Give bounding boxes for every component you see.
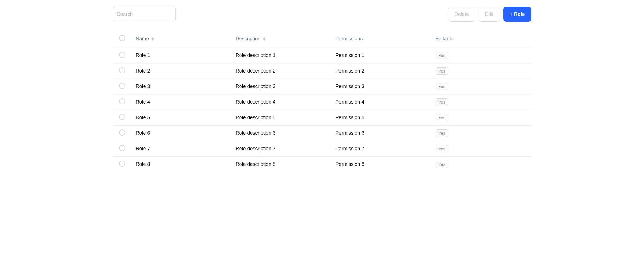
role-description: Role description 3 [236,84,276,89]
svg-marker-1 [151,39,154,41]
search-input[interactable] [113,6,176,22]
role-description: Role description 7 [236,146,276,151]
editable-tag: Yes [436,52,448,59]
row-checkbox[interactable] [119,114,125,120]
edit-button[interactable]: Edit [479,7,500,22]
role-description: Role description 5 [236,115,276,120]
role-name: Role 5 [136,115,150,120]
editable-tag: Yes [436,98,448,106]
role-permissions: Permission 8 [336,161,364,167]
table-row: Role 1 Role description 1 Permission 1 Y… [113,48,531,63]
toolbar-actions: Delete Edit + Role [448,7,531,22]
table-row: Role 6 Role description 6 Permission 6 Y… [113,126,531,141]
table-row: Role 3 Role description 3 Permission 3 Y… [113,79,531,94]
role-permissions: Permission 7 [336,146,364,151]
column-header-description[interactable]: Description [236,36,266,42]
table-row: Role 8 Role description 8 Permission 8 Y… [113,157,531,172]
column-header-description-label: Description [236,36,261,42]
role-description: Role description 6 [236,130,276,136]
column-header-permissions: Permissions [336,36,363,41]
roles-table: Name Description [113,30,531,172]
editable-tag: Yes [436,161,448,168]
editable-tag: Yes [436,145,448,152]
table-row: Role 2 Role description 2 Permission 2 Y… [113,63,531,79]
row-checkbox[interactable] [119,67,125,73]
row-checkbox[interactable] [119,161,125,167]
row-checkbox[interactable] [119,52,125,58]
row-checkbox[interactable] [119,145,125,151]
role-name: Role 7 [136,146,150,151]
role-permissions: Permission 3 [336,84,364,89]
role-permissions: Permission 1 [336,52,364,58]
add-role-button[interactable]: + Role [503,7,531,22]
delete-button[interactable]: Delete [448,7,475,22]
role-permissions: Permission 6 [336,130,364,136]
table-row: Role 7 Role description 7 Permission 7 Y… [113,141,531,157]
role-description: Role description 2 [236,68,276,74]
toolbar: Delete Edit + Role [113,6,531,22]
column-header-name[interactable]: Name [136,36,154,42]
table-header-row: Name Description [113,30,531,48]
row-checkbox[interactable] [119,129,125,136]
role-name: Role 1 [136,52,150,58]
role-description: Role description 8 [236,161,276,167]
sort-icon [263,37,266,41]
editable-tag: Yes [436,83,448,90]
role-name: Role 6 [136,130,150,136]
role-permissions: Permission 4 [336,99,364,105]
role-description: Role description 4 [236,99,276,105]
select-all-checkbox[interactable] [119,35,125,41]
role-name: Role 3 [136,84,150,89]
role-description: Role description 1 [236,52,276,58]
role-name: Role 8 [136,161,150,167]
editable-tag: Yes [436,129,448,137]
sort-icon [151,37,154,41]
svg-marker-3 [263,39,266,41]
role-name: Role 4 [136,99,150,105]
row-checkbox[interactable] [119,98,125,104]
editable-tag: Yes [436,114,448,121]
column-header-editable: Editable [436,36,454,41]
table-row: Role 4 Role description 4 Permission 4 Y… [113,94,531,110]
editable-tag: Yes [436,67,448,75]
role-permissions: Permission 5 [336,115,364,120]
role-name: Role 2 [136,68,150,74]
table-row: Role 5 Role description 5 Permission 5 Y… [113,110,531,126]
column-header-name-label: Name [136,36,149,42]
role-permissions: Permission 2 [336,68,364,74]
row-checkbox[interactable] [119,83,125,89]
